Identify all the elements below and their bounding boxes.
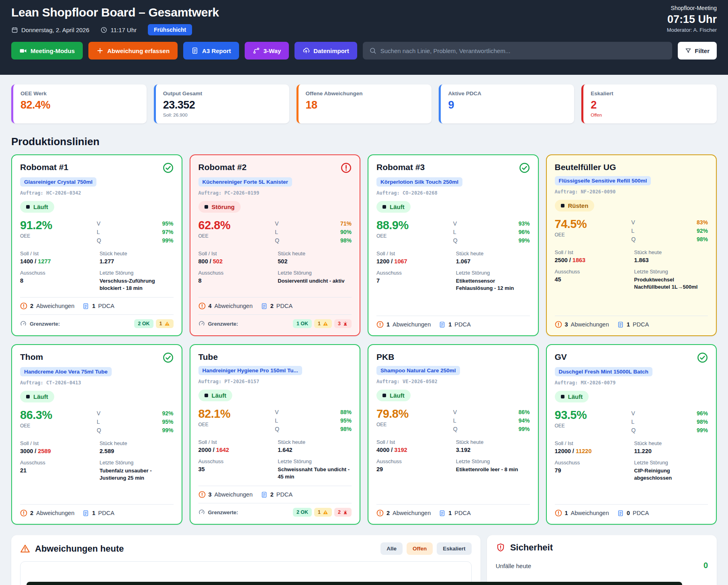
soll-ist-value: 4000 / 3192 [376, 447, 450, 453]
filter-label: Filter [695, 47, 710, 54]
meeting-mode-button[interactable]: Meeting-Modus [11, 42, 83, 60]
l-value: 98% [697, 418, 708, 426]
oee-value: 86.3% [20, 408, 52, 422]
deviation-alert-icon [555, 509, 562, 517]
deviation-word: Abweichungen [393, 510, 431, 516]
pieces-today-label: Stück heute [100, 440, 174, 446]
last-fault-value: Etikettensensor Fehlauslösung - 12 min [456, 277, 530, 291]
pdca-count: 0 [627, 510, 630, 516]
scrap-value: 21 [20, 467, 94, 474]
soll-ist-label: Soll / Ist [20, 250, 94, 257]
accidents-today-value: 0 [703, 561, 708, 570]
l-label: L [453, 228, 456, 236]
status-pill: Läuft [555, 391, 589, 402]
deviation-word: Abweichungen [36, 510, 74, 516]
warning-triangle-icon [20, 544, 30, 554]
pieces-today-value: 502 [278, 258, 352, 265]
status-label: Rüsten [568, 202, 589, 209]
product-badge: Handreiniger Hygiene Pro 150ml Tu... [198, 366, 302, 375]
vlq-block: V86% L94% Q99% [453, 407, 530, 433]
status-dot [561, 204, 564, 207]
l-value: 90% [340, 228, 352, 236]
a3-report-button[interactable]: A3 Report [183, 42, 239, 60]
line-name: Robomat #1 [20, 162, 68, 172]
last-fault-value: Produktwechsel Nachfüllbeutel 1L→500ml [634, 276, 708, 290]
header-time: 11:17 Uhr [110, 27, 137, 33]
q-label: Q [631, 235, 636, 244]
deviation-word: Abweichungen [36, 303, 74, 309]
header-date: Donnerstag, 2. April 2026 [21, 27, 89, 33]
warning-triangle-icon [323, 509, 328, 515]
line-card-pkb[interactable]: PKB Shampoo Natural Care 250ml Auftrag: … [368, 344, 539, 525]
filter-chip-alle[interactable]: Alle [380, 542, 403, 555]
data-import-button[interactable]: Datenimport [294, 42, 357, 60]
pdca-count: 1 [627, 321, 630, 328]
last-fault-value: Etikettenrolle leer - 8 min [456, 466, 530, 473]
l-label: L [453, 417, 456, 425]
v-value: 71% [340, 220, 352, 228]
last-fault-value: CIP-Reinigung abgeschlossen [634, 467, 708, 481]
pieces-today-value: 3.192 [456, 447, 530, 453]
deviation-alert-icon [20, 302, 27, 310]
q-value: 99% [518, 425, 530, 433]
oee-label: OEE [198, 422, 231, 427]
line-card-beutelfueller-ug[interactable]: Beutelfüller UG Flüssigseife Sensitive R… [546, 154, 717, 336]
search-input[interactable] [380, 47, 666, 54]
oee-value: 82.1% [198, 407, 231, 421]
line-card-thom[interactable]: Thom Handcreme Aloe Vera 75ml Tube Auftr… [11, 344, 182, 525]
last-fault-label: Letzte Störung [456, 458, 530, 464]
scrap-value: 79 [555, 467, 629, 474]
line-card-robomat-2[interactable]: Robomat #2 Küchenreiniger Forte 5L Kanis… [190, 154, 361, 336]
vlq-block: V88% L95% Q98% [275, 407, 352, 433]
status-label: Störung [212, 203, 235, 210]
soll-ist-label: Soll / Ist [198, 250, 272, 257]
l-label: L [631, 227, 634, 235]
q-value: 98% [340, 236, 352, 245]
filter-chip-offen[interactable]: Offen [407, 542, 433, 555]
pdca-count: 1 [92, 510, 95, 516]
pdca-doc-icon [82, 303, 89, 310]
line-card-tube[interactable]: Tube Handreiniger Hygiene Pro 150ml Tu..… [190, 344, 361, 525]
last-fault-label: Letzte Störung [634, 269, 708, 275]
deviation-alert-icon [376, 509, 384, 517]
video-camera-icon [19, 47, 27, 55]
pdca-count: 1 [448, 510, 452, 516]
pdca-word: PDCA [454, 510, 470, 516]
line-card-robomat-1[interactable]: Robomat #1 Glasreiniger Crystal 750ml Au… [11, 154, 182, 336]
pieces-today-label: Stück heute [634, 249, 708, 255]
kpi-card-output: Output Gesamt 23.352 Soll: 26.900 [154, 84, 289, 123]
filter-button[interactable]: Filter [678, 42, 717, 60]
status-ok-icon [163, 162, 174, 173]
q-label: Q [453, 425, 458, 433]
gauge-icon [198, 320, 205, 327]
status-dot [204, 205, 208, 209]
oee-value: 88.9% [376, 219, 409, 232]
oee-label: OEE [555, 423, 587, 429]
deviation-count: 2 [30, 510, 33, 516]
deviations-panel: Abweichungen heute Alle Offen Eskaliert [11, 535, 481, 585]
line-card-robomat-3[interactable]: Robomat #3 Körperlotion Silk Touch 250ml… [368, 154, 539, 336]
scrap-value: 7 [376, 277, 450, 284]
q-value: 99% [162, 426, 173, 435]
pieces-today-value: 1.863 [634, 257, 708, 263]
line-card-gv[interactable]: GV Duschgel Fresh Mint 15000L Batch Auft… [546, 344, 717, 525]
order-number: Auftrag: PT-2026-0157 [198, 379, 352, 384]
bottom-section: Abweichungen heute Alle Offen Eskaliert … [11, 535, 717, 585]
v-label: V [97, 409, 100, 418]
line-name: Thom [20, 352, 43, 362]
limit-warn-chip: 1 [314, 508, 332, 517]
three-way-button[interactable]: 3-Way [245, 42, 289, 60]
oee-label: OEE [20, 233, 52, 239]
scrap-label: Ausschuss [376, 458, 450, 464]
limit-alarm-chip: 2 [334, 508, 352, 517]
status-dot [26, 395, 30, 398]
v-label: V [275, 408, 278, 417]
scrap-value: 8 [20, 277, 94, 284]
order-number: Auftrag: CT-2026-0413 [20, 380, 174, 386]
status-pill: Läuft [376, 201, 411, 213]
oee-label: OEE [376, 233, 409, 239]
pieces-today-label: Stück heute [634, 440, 708, 446]
filter-chip-eskaliert[interactable]: Eskaliert [437, 542, 471, 555]
add-deviation-button[interactable]: Abweichung erfassen [88, 42, 178, 60]
deviation-alert-icon [198, 302, 206, 310]
